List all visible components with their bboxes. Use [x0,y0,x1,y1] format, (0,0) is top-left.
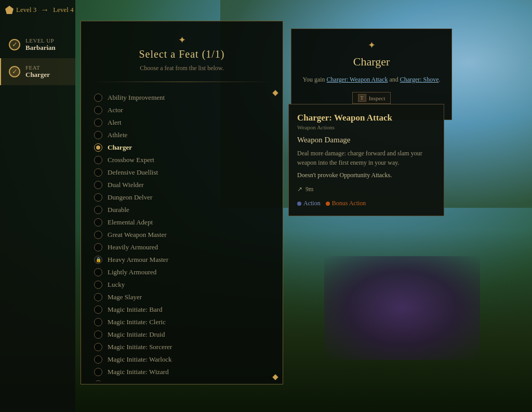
sidebar-value-level-up: Barbarian [25,44,56,52]
feat-radio-great-weapon-master [94,231,102,239]
feat-radio-magic-initiate-druid [94,330,102,339]
sidebar-label-level-up: Level Up [25,37,56,44]
inspect-area: T Inspect [302,92,441,104]
level-from-badge: Level 3 [5,6,36,14]
inspect-label: Inspect [369,95,385,101]
inspect-button[interactable]: T Inspect [352,92,391,104]
sidebar-check-level-up: ✓ [9,39,20,50]
feat-radio-magic-initiate-sorcerer [94,343,102,351]
feat-item-crossbow-expert[interactable]: Crossbow Expert [91,154,283,166]
feat-radio-checked-charger [94,143,102,152]
range-icon: ↗ [297,185,302,193]
sidebar-item-feat[interactable]: ✓ Feat Charger [0,58,75,85]
feat-item-elemental-adept[interactable]: Elemental Adept [91,216,283,229]
tag-bonus-action: Bonus Action [326,200,366,207]
inspect-key-badge: T [358,94,366,102]
scroll-indicator-top [273,89,277,97]
feat-item-heavy-armour-master[interactable]: 🔒Heavy Armour Master [91,254,283,266]
sidebar-label-feat: Feat [25,64,50,71]
feat-name-magic-initiate-sorcerer: Magic Initiate: Sorcerer [108,343,172,351]
diamond-bottom-icon [272,374,278,380]
feat-item-dual-wielder[interactable]: Dual Wielder [91,179,283,191]
feat-name-ability-improvement: Ability Improvement [108,94,165,102]
level-to-label: Level 4 [53,6,73,14]
feat-item-heavily-armoured[interactable]: Heavily Armoured [91,241,283,254]
feat-name-heavy-armour-master: Heavy Armour Master [108,256,168,264]
feat-radio-martial-adept [94,380,102,381]
feat-item-magic-initiate-cleric[interactable]: Magic Initiate: Cleric [91,316,283,328]
feat-radio-magic-initiate-wizard [94,368,102,376]
feat-radio-athlete [94,131,102,139]
feat-panel-header: ✦ Select a Feat (1/1) Choose a feat from… [81,21,283,77]
lock-icon: 🔒 [96,257,101,262]
feat-item-magic-initiate-wizard[interactable]: Magic Initiate: Wizard [91,366,283,378]
feat-item-martial-adept[interactable]: Martial Adept [91,378,283,381]
feat-panel-subtitle: Choose a feat from the list below. [91,64,272,72]
tooltip-section-title: Weapon Damage [297,136,435,144]
tooltip-body: Deal more damage: charge forward and sla… [297,149,435,167]
scroll-indicator-bottom [273,373,277,381]
feat-list-container[interactable]: Ability ImprovementActorAlertAthleteChar… [81,86,283,384]
level-from-label: Level 3 [16,6,36,14]
charger-weapon-attack-link[interactable]: Charger: Weapon Attack [327,76,388,83]
charger-shove-link[interactable]: Charger: Shove [400,76,439,83]
feat-radio-defensive-duellist [94,168,102,177]
feat-name-crossbow-expert: Crossbow Expert [108,156,154,164]
feat-item-charger[interactable]: Charger [91,141,283,154]
tag-action: Action [297,200,321,207]
detail-header-icon: ✦ [302,39,441,51]
feat-radio-dungeon-delver [94,193,102,202]
level-icon [5,6,14,14]
feat-item-lightly-armoured[interactable]: Lightly Armoured [91,266,283,278]
bonus-action-dot-icon [326,202,330,206]
feat-name-magic-initiate-wizard: Magic Initiate: Wizard [108,368,169,376]
action-dot-icon [297,202,301,206]
level-arrow-icon: → [41,5,49,15]
feat-name-martial-adept: Martial Adept [108,380,145,381]
feat-radio-lightly-armoured [94,268,102,276]
feat-radio-ability-improvement [94,94,102,102]
feat-panel-divider [91,82,272,82]
feat-item-defensive-duellist[interactable]: Defensive Duellist [91,166,283,179]
feat-radio-actor [94,106,102,114]
feat-header-icon: ✦ [91,34,272,46]
sidebar: ✓ Level Up Barbarian ✓ Feat Charger [0,0,75,412]
feat-item-actor[interactable]: Actor [91,104,283,116]
feat-list[interactable]: Ability ImprovementActorAlertAthleteChar… [81,89,283,381]
detail-description: You gain Charger: Weapon Attack and Char… [302,75,441,84]
feat-item-athlete[interactable]: Athlete [91,129,283,141]
description-suffix: . [439,76,441,83]
feat-item-magic-initiate-bard[interactable]: Magic Initiate: Bard [91,303,283,316]
feat-name-great-weapon-master: Great Weapon Master [108,231,167,239]
feat-name-dungeon-delver: Dungeon Delver [108,193,152,202]
feat-item-magic-initiate-sorcerer[interactable]: Magic Initiate: Sorcerer [91,341,283,353]
feat-item-alert[interactable]: Alert [91,116,283,129]
feat-name-alert: Alert [108,118,122,127]
feat-name-magic-initiate-bard: Magic Initiate: Bard [108,305,162,314]
tooltip-title: Charger: Weapon Attack [297,113,435,123]
feat-item-great-weapon-master[interactable]: Great Weapon Master [91,229,283,241]
feat-name-elemental-adept: Elemental Adept [108,218,153,227]
feat-radio-lucky [94,281,102,289]
tooltip-tags: Action Bonus Action [297,200,435,207]
feat-item-durable[interactable]: Durable [91,204,283,216]
level-to-badge: Level 4 [53,6,73,14]
feat-item-ability-improvement[interactable]: Ability Improvement [91,91,283,104]
background-purple-flowers [324,256,480,360]
feat-radio-heavily-armoured [94,243,102,251]
sidebar-check-feat: ✓ [9,66,20,77]
checkmark-icon: ✓ [12,41,18,49]
feat-radio-crossbow-expert [94,156,102,164]
feat-item-lucky[interactable]: Lucky [91,278,283,291]
feat-item-mage-slayer[interactable]: Mage Slayer [91,291,283,303]
feat-radio-elemental-adept [94,218,102,227]
sidebar-text-feat: Feat Charger [25,64,50,79]
feat-item-dungeon-delver[interactable]: Dungeon Delver [91,191,283,204]
feat-item-magic-initiate-warlock[interactable]: Magic Initiate: Warlock [91,353,283,366]
feat-name-heavily-armoured: Heavily Armoured [108,243,158,251]
feat-panel-title: Select a Feat (1/1) [91,48,272,60]
feat-item-magic-initiate-druid[interactable]: Magic Initiate: Druid [91,328,283,341]
sidebar-value-feat: Charger [25,71,50,79]
sidebar-item-level-up[interactable]: ✓ Level Up Barbarian [0,31,75,58]
feat-name-athlete: Athlete [108,131,127,139]
